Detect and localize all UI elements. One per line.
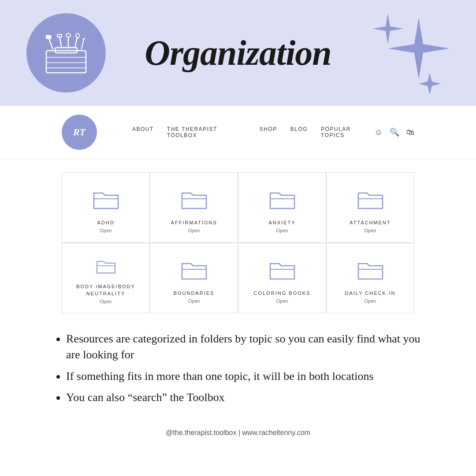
folder-icon-attachment — [356, 186, 385, 211]
svg-rect-8 — [57, 34, 62, 37]
header-banner: Organization — [0, 0, 476, 106]
folder-adhd[interactable]: ADHD Open — [62, 172, 150, 243]
folder-daily-checkin-label: DAILY CHECK-IN — [345, 290, 395, 297]
footer-text: @the.therapist.toolbox | www.racheltenny… — [166, 429, 310, 436]
folder-coloring-books[interactable]: COLORING BOOKS Open — [238, 243, 326, 313]
folder-attachment[interactable]: ATTACHMENT Open — [326, 172, 414, 243]
svg-rect-16 — [270, 199, 294, 208]
nav-links: About The Therapist Toolbox Shop Blog Po… — [132, 126, 375, 138]
nav-popular-topics[interactable]: Popular Topics — [321, 126, 374, 138]
folder-anxiety[interactable]: ANXIETY Open — [238, 172, 326, 243]
folder-affirmations-open: Open — [188, 228, 200, 233]
bullet-item-2: If something fits in more than one topic… — [66, 368, 423, 384]
folder-icon-coloring-books — [268, 257, 297, 281]
folder-affirmations-label: AFFIRMATIONS — [171, 219, 217, 226]
navbar: RT About The Therapist Toolbox Shop Blog… — [0, 106, 476, 159]
bullet-item-1: Resources are categorized in folders by … — [66, 331, 423, 363]
folder-icon-body-image — [92, 257, 120, 275]
svg-rect-21 — [358, 269, 383, 279]
folder-body-image[interactable]: BODY IMAGE/BODYNEUTRALITY Open — [62, 243, 150, 313]
nav-shop[interactable]: Shop — [260, 126, 277, 138]
folder-icon-anxiety — [268, 186, 297, 211]
folder-icon-adhd — [92, 186, 120, 211]
svg-rect-20 — [270, 269, 294, 279]
svg-line-11 — [75, 37, 77, 48]
folder-icon-boundaries — [180, 257, 208, 281]
brand-logo[interactable]: RT — [62, 115, 97, 150]
nav-toolbox[interactable]: The Therapist Toolbox — [167, 126, 246, 138]
folder-anxiety-label: ANXIETY — [268, 219, 295, 226]
sparkle-decoration — [361, 4, 450, 106]
folder-boundaries[interactable]: BOUNDARIES Open — [150, 243, 238, 313]
folder-daily-checkin-open: Open — [364, 298, 376, 304]
logo-text: RT — [73, 126, 86, 138]
folder-body-image-open: Open — [100, 299, 112, 304]
nav-about[interactable]: About — [132, 126, 154, 138]
bullet-list: Resources are categorized in folders by … — [53, 331, 423, 406]
folder-icon-affirmations — [180, 186, 208, 211]
svg-line-7 — [60, 36, 62, 48]
svg-rect-18 — [97, 266, 115, 273]
nav-blog[interactable]: Blog — [290, 126, 308, 138]
folder-adhd-open: Open — [100, 228, 112, 233]
svg-point-10 — [66, 33, 71, 37]
toolbox-logo-circle — [26, 13, 106, 93]
bullets-section: Resources are categorized in folders by … — [0, 322, 476, 420]
folder-boundaries-open: Open — [188, 298, 200, 304]
folder-grid: ADHD Open AFFIRMATIONS Open ANXIETY Open… — [0, 159, 476, 322]
folder-coloring-books-open: Open — [276, 298, 288, 304]
search-icon[interactable]: 🔍 — [390, 127, 399, 137]
svg-rect-0 — [46, 51, 86, 73]
nav-actions: ☺ 🔍 🛍 — [375, 127, 414, 137]
svg-line-13 — [82, 39, 84, 49]
sparkles-svg — [361, 4, 450, 106]
folder-icon-daily-checkin — [356, 257, 385, 281]
folder-daily-checkin[interactable]: DAILY CHECK-IN Open — [326, 243, 414, 313]
svg-line-5 — [48, 37, 53, 49]
svg-rect-19 — [182, 269, 206, 279]
folder-attachment-label: ATTACHMENT — [350, 219, 391, 226]
account-icon[interactable]: ☺ — [375, 128, 383, 137]
folder-coloring-books-label: COLORING BOOKS — [254, 290, 311, 297]
svg-rect-17 — [358, 199, 383, 208]
folder-attachment-open: Open — [364, 228, 376, 233]
folder-boundaries-label: BOUNDARIES — [174, 290, 215, 297]
svg-rect-15 — [182, 199, 206, 208]
folder-adhd-label: ADHD — [97, 219, 114, 226]
page-title: Organization — [145, 33, 331, 73]
footer: @the.therapist.toolbox | www.racheltenny… — [0, 420, 476, 446]
folder-anxiety-open: Open — [276, 228, 288, 233]
bullet-item-3: You can also “search” the Toolbox — [66, 390, 423, 405]
folder-body-image-label: BODY IMAGE/BODYNEUTRALITY — [76, 283, 135, 297]
svg-rect-14 — [94, 199, 118, 208]
svg-rect-6 — [46, 35, 51, 39]
toolbox-illustration — [40, 31, 93, 75]
cart-icon[interactable]: 🛍 — [406, 128, 414, 137]
folder-affirmations[interactable]: AFFIRMATIONS Open — [150, 172, 238, 243]
